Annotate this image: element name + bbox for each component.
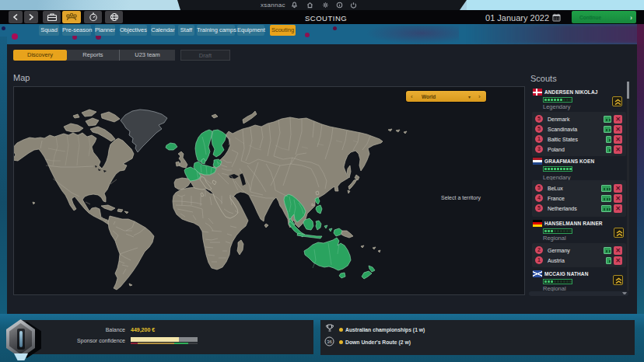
svg-text:36: 36 — [327, 339, 332, 344]
